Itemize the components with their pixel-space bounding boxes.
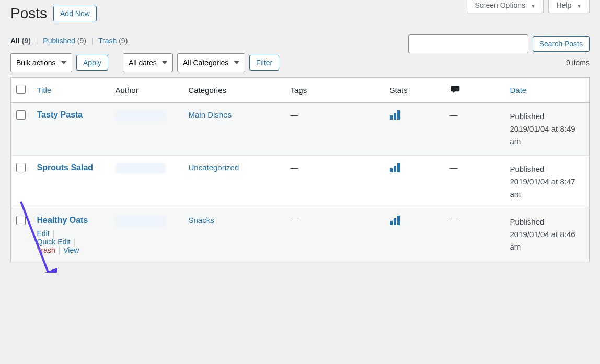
page-title: Posts — [10, 5, 47, 22]
category-link[interactable]: Uncategorized — [189, 163, 239, 172]
search-posts-input[interactable] — [408, 34, 528, 53]
filter-published-count: (9) — [77, 37, 86, 45]
filter-all[interactable]: All (9) — [10, 37, 33, 45]
date-value: 2019/01/04 at 8:47 am — [510, 177, 575, 198]
separator: | — [36, 37, 38, 45]
post-title-link[interactable]: Sprouts Salad — [37, 163, 94, 172]
chevron-down-icon: ▼ — [530, 3, 536, 9]
search-posts-button[interactable]: Search Posts — [533, 36, 590, 52]
column-author: Author — [110, 78, 183, 103]
date-status: Published — [510, 165, 545, 173]
column-date[interactable]: Date — [510, 86, 527, 95]
tags-cell: — — [285, 156, 385, 208]
post-title-link[interactable]: Tasty Pasta — [37, 110, 83, 119]
posts-table: Title Author Categories Tags Stats Date … — [10, 77, 590, 262]
stats-link[interactable] — [390, 218, 400, 227]
bar-chart-icon — [390, 163, 400, 172]
author-cell — [116, 216, 166, 226]
date-status: Published — [510, 112, 545, 121]
date-cell: Published 2019/01/04 at 8:49 am — [505, 103, 590, 156]
filter-published-label: Published — [43, 37, 75, 45]
date-cell: Published 2019/01/04 at 8:47 am — [505, 156, 590, 208]
date-cell: Published 2019/01/04 at 8:46 am — [505, 208, 590, 262]
add-new-button[interactable]: Add New — [53, 6, 97, 21]
filter-all-count: (9) — [22, 37, 31, 45]
filter-all-label: All — [10, 37, 20, 45]
tags-cell: — — [285, 103, 385, 156]
row-actions: Edit | Quick Edit | Trash | View — [37, 229, 105, 254]
filter-published[interactable]: Published (9) — [43, 37, 88, 45]
column-title[interactable]: Title — [37, 86, 52, 95]
category-link[interactable]: Snacks — [189, 216, 214, 225]
comments-cell: — — [445, 208, 505, 262]
screen-options-label: Screen Options — [475, 1, 525, 9]
help-label: Help — [556, 1, 571, 9]
bulk-actions-select[interactable]: Bulk actions — [10, 53, 72, 72]
screen-options-toggle[interactable]: Screen Options ▼ — [467, 0, 543, 13]
bar-chart-icon — [390, 216, 400, 225]
screen-meta-toggles: Screen Options ▼ Help ▼ — [464, 0, 590, 13]
item-count: 9 items — [566, 58, 590, 67]
stats-link[interactable] — [390, 112, 400, 121]
tablenav-top: Bulk actions Apply All dates All Categor… — [10, 53, 590, 72]
tags-cell: — — [285, 208, 385, 262]
view-link[interactable]: View — [63, 246, 79, 254]
row-checkbox[interactable] — [16, 110, 26, 120]
row-checkbox[interactable] — [16, 216, 26, 225]
date-filter-select[interactable]: All dates — [123, 53, 173, 72]
author-cell — [116, 163, 166, 173]
edit-link[interactable]: Edit — [37, 229, 50, 238]
stats-link[interactable] — [390, 165, 400, 174]
column-comments — [445, 78, 505, 103]
chevron-down-icon: ▼ — [576, 3, 582, 9]
table-row: Tasty Pasta Main Dishes — — Published 20… — [11, 103, 590, 156]
author-cell — [116, 110, 166, 121]
date-status: Published — [510, 217, 545, 226]
table-row: Sprouts Salad Uncategorized — — Publishe… — [11, 156, 590, 208]
select-all-checkbox[interactable] — [16, 85, 26, 94]
apply-bulk-button[interactable]: Apply — [76, 55, 108, 71]
post-title-link[interactable]: Healthy Oats — [37, 216, 88, 225]
category-filter-select[interactable]: All Categories — [177, 53, 245, 72]
bar-chart-icon — [390, 110, 400, 120]
column-categories: Categories — [183, 78, 285, 103]
separator: | — [91, 37, 94, 45]
filter-trash-label: Trash — [98, 37, 117, 45]
table-row: Healthy Oats Edit | Quick Edit | Trash |… — [11, 208, 590, 262]
row-checkbox[interactable] — [16, 163, 26, 172]
trash-link[interactable]: Trash — [37, 246, 55, 254]
category-link[interactable]: Main Dishes — [189, 110, 232, 119]
date-value: 2019/01/04 at 8:49 am — [510, 124, 575, 146]
quick-edit-link[interactable]: Quick Edit — [37, 238, 71, 246]
help-toggle[interactable]: Help ▼ — [548, 0, 590, 13]
column-stats: Stats — [385, 78, 445, 103]
date-value: 2019/01/04 at 8:46 am — [510, 230, 575, 251]
filter-button[interactable]: Filter — [249, 55, 279, 71]
comment-bubble-icon — [450, 84, 460, 96]
filter-trash[interactable]: Trash (9) — [98, 37, 128, 45]
comments-cell: — — [445, 156, 505, 208]
filter-trash-count: (9) — [119, 37, 128, 45]
comments-cell: — — [445, 103, 505, 156]
column-tags: Tags — [285, 78, 385, 103]
